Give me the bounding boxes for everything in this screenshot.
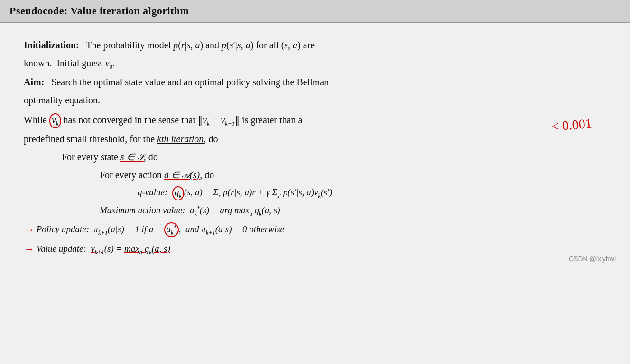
aim-text: Search the optimal state value and an op… (46, 77, 329, 87)
init-label: Initialization: (24, 40, 79, 50)
action-set: a ∈ 𝒜(s) (164, 170, 200, 180)
init-line2: known. Initial guess v0. (24, 55, 606, 72)
init-text: The probability model p(r|s, a) and p(s′… (82, 40, 315, 50)
main-container: Pseudocode: Value iteration algorithm < … (0, 0, 630, 364)
vk-circled: vk (49, 113, 61, 128)
watermark: CSDN @lxlyhwl (569, 255, 616, 263)
value-formula: maxa qk(a, s) (124, 244, 170, 254)
init-line: Initialization: The probability model p(… (24, 37, 606, 53)
aim-line2: optimality equation. (24, 92, 606, 108)
value-arrow: → (24, 240, 34, 258)
while-line: While vk has not converged in the sense … (24, 112, 606, 129)
state-set: s ∈ 𝒮 (120, 152, 144, 162)
qk-circled: qk (172, 186, 184, 200)
qvalue-line: q-value: qk(s, a) = Σr p(r|s, a)r + γ Σs… (24, 185, 606, 201)
header-bar: Pseudocode: Value iteration algorithm (0, 0, 630, 23)
value-text: Value update: vk+1(s) = maxa qk(a, s) (34, 241, 170, 257)
astar-circled: ak* (164, 222, 179, 237)
content-area: < 0.001 Initialization: The probability … (0, 23, 630, 270)
kth-iteration: kth iteration (157, 134, 204, 144)
while-line2: predefined small threshold, for the kth … (24, 131, 606, 147)
value-line: → Value update: vk+1(s) = maxa qk(a, s) (24, 240, 606, 258)
maxaction-formula: ak*(s) = arg maxa qk(a, s) (190, 205, 280, 215)
for-state-line: For every state s ∈ 𝒮, do (24, 149, 606, 165)
policy-text: Policy update: πk+1(a|s) = 1 if a = ak*,… (34, 222, 284, 238)
maxaction-line: Maximum action value: ak*(s) = arg maxa … (24, 203, 606, 219)
policy-arrow: → (24, 221, 34, 238)
policy-line: → Policy update: πk+1(a|s) = 1 if a = ak… (24, 221, 606, 238)
aim-line: Aim: Search the optimal state value and … (24, 74, 606, 90)
page-title: Pseudocode: Value iteration algorithm (9, 5, 621, 17)
aim-label: Aim: (24, 77, 44, 87)
for-action-line: For every action a ∈ 𝒜(s), do (24, 167, 606, 183)
